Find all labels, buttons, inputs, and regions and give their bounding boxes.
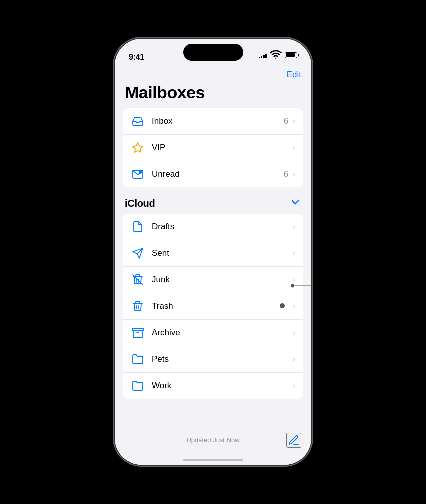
svg-rect-10 [132, 328, 143, 331]
edit-button[interactable]: Edit [287, 68, 301, 82]
inbox-icon [131, 114, 145, 128]
updated-status: Updated Just Now [186, 436, 239, 444]
svg-point-0 [275, 58, 276, 59]
icloud-title: iCloud [125, 198, 155, 210]
inbox-item[interactable]: Inbox 6 › [123, 108, 303, 135]
svg-rect-8 [136, 302, 140, 304]
signal-icon [259, 52, 267, 58]
vip-item[interactable]: VIP › [123, 135, 303, 162]
svg-rect-6 [136, 275, 140, 277]
archive-item[interactable]: Archive › [123, 320, 303, 346]
junk-chevron: › [292, 275, 295, 285]
junk-label: Junk [152, 275, 292, 285]
trash-item[interactable]: Trash › [123, 294, 303, 320]
dynamic-island [183, 44, 243, 61]
svg-point-9 [280, 304, 285, 308]
page-title: Mailboxes [115, 82, 311, 108]
drafts-item[interactable]: Drafts › [123, 214, 303, 240]
icloud-chevron-down [289, 196, 301, 211]
archive-chevron: › [292, 328, 295, 338]
top-section-card: Inbox 6 › VIP › [123, 108, 303, 188]
junk-item[interactable]: Junk › [123, 267, 303, 294]
pets-chevron: › [292, 354, 295, 364]
archive-label: Archive [152, 328, 292, 338]
sent-chevron: › [292, 248, 295, 258]
top-bar: Edit [115, 66, 311, 82]
trash-label: Trash [152, 302, 276, 312]
pets-label: Pets [152, 354, 292, 364]
drafts-chevron: › [292, 222, 295, 232]
status-time: 9:41 [129, 53, 144, 62]
drafts-icon [131, 220, 145, 234]
sent-icon [131, 246, 145, 260]
battery-icon [285, 52, 297, 58]
work-label: Work [152, 381, 292, 391]
drafts-label: Drafts [152, 222, 292, 232]
sent-label: Sent [152, 248, 292, 258]
work-chevron: › [292, 381, 295, 391]
unread-item[interactable]: Unread 6 › [123, 162, 303, 188]
compose-button[interactable] [286, 433, 301, 448]
pets-folder-icon [131, 352, 145, 366]
status-icons [259, 48, 298, 62]
icloud-section-card: Drafts › Sent › [123, 214, 303, 399]
scroll-area[interactable]: Inbox 6 › VIP › [115, 108, 311, 425]
trash-icon [131, 300, 145, 314]
sent-item[interactable]: Sent › [123, 240, 303, 267]
home-indicator [115, 455, 311, 465]
wifi-icon [270, 48, 282, 62]
archive-icon [131, 326, 145, 340]
phone-frame: 9:41 Edit [115, 39, 311, 465]
main-content: Edit Mailboxes Inbox 6 › [115, 66, 311, 465]
vip-label: VIP [152, 143, 288, 153]
icloud-section-header[interactable]: iCloud [115, 192, 311, 214]
svg-point-3 [139, 171, 142, 174]
pets-item[interactable]: Pets › [123, 346, 303, 373]
trash-annotation-dot [276, 300, 288, 314]
inbox-chevron: › [292, 116, 295, 126]
trash-chevron: › [292, 302, 295, 312]
junk-icon [131, 273, 145, 287]
unread-chevron: › [292, 170, 295, 180]
status-bar: 9:41 [115, 39, 311, 66]
inbox-label: Inbox [152, 116, 284, 126]
unread-icon [131, 168, 145, 182]
work-folder-icon [131, 379, 145, 393]
bottom-bar: Updated Just Now [115, 425, 311, 455]
inbox-count: 6 [284, 116, 288, 126]
svg-marker-1 [133, 143, 143, 152]
vip-icon [131, 141, 145, 155]
unread-label: Unread [152, 170, 284, 180]
work-item[interactable]: Work › [123, 373, 303, 399]
vip-chevron: › [292, 143, 295, 153]
unread-count: 6 [284, 170, 288, 180]
